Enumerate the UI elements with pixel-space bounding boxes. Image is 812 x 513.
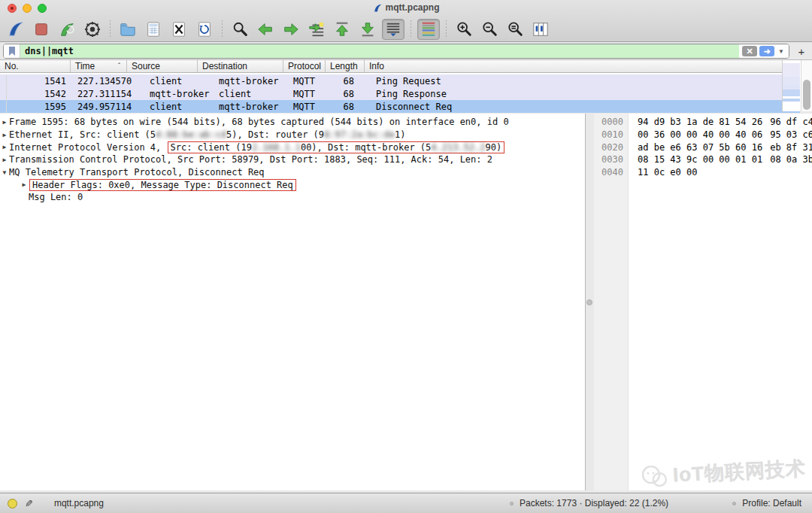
restart-capture-button[interactable] [56, 19, 78, 40]
go-last-button[interactable] [356, 19, 379, 40]
capture-options-button[interactable] [81, 19, 104, 40]
packet-list: No.TimeˆSourceDestinationProtocolLengthI… [0, 59, 812, 111]
column-header-info[interactable]: Info [365, 60, 800, 72]
cell-time: 249.957114 [71, 102, 144, 112]
window-chrome: mqtt.pcapng [0, 0, 812, 42]
cell-protocol: MQTT [287, 76, 329, 87]
find-packet-button[interactable] [229, 19, 251, 40]
expert-info-icon[interactable] [8, 499, 17, 508]
detail-line[interactable]: ▶Transmission Control Protocol, Src Port… [0, 153, 585, 166]
hex-row[interactable]: 0020ad be e6 63 07 5b 60 16eb 8f 31 [594, 141, 812, 153]
zoom-in-icon [456, 21, 472, 38]
tree-collapsed-icon[interactable]: ▶ [0, 144, 9, 150]
detail-line[interactable]: ▼MQ Telemetry Transport Protocol, Discon… [0, 166, 585, 179]
save-file-button[interactable] [142, 19, 165, 40]
auto-scroll-button[interactable] [382, 19, 404, 40]
packet-counts: Packets: 1773 · Displayed: 22 (1.2%) [520, 498, 668, 508]
go-forward-button[interactable] [280, 19, 302, 40]
sort-ascending-icon: ˆ [118, 62, 120, 69]
packet-row-1541[interactable]: 1541227.134570clientmqtt-brokerMQTT68Pin… [0, 74, 800, 87]
zoom-original-button[interactable] [504, 19, 526, 40]
go-to-packet-button[interactable] [305, 19, 328, 40]
display-filter-field[interactable]: dns||mqtt ✕ ➜ ▼ [3, 44, 789, 59]
hex-row[interactable]: 000094 d9 b3 1a de 81 54 2696 df c4 [594, 116, 812, 129]
packet-details-pane: ▶Frame 1595: 68 bytes on wire (544 bits)… [0, 114, 586, 490]
restart-capture-icon [59, 21, 75, 38]
zoom-original-icon [507, 21, 523, 38]
filter-clear-button[interactable]: ✕ [742, 46, 757, 56]
detail-line[interactable]: ▶Internet Protocol Version 4, Src: clien… [0, 141, 585, 153]
open-file-icon [120, 21, 136, 38]
hex-offset: 0010 [594, 129, 629, 140]
tree-expanded-icon[interactable]: ▼ [0, 169, 9, 176]
colorize-button[interactable] [417, 19, 440, 40]
filter-add-button[interactable]: + [794, 45, 809, 58]
hex-bytes: 11 0c e0 00 [638, 167, 697, 178]
hex-bytes: 95 03 c6 [770, 129, 812, 140]
reload-file-icon [196, 21, 213, 38]
resize-columns-button[interactable] [529, 19, 552, 40]
detail-line[interactable]: ▶Frame 1595: 68 bytes on wire (544 bits)… [0, 116, 585, 129]
reload-file-button[interactable] [193, 19, 216, 40]
detail-text: Transmission Control Protocol, Src Port:… [9, 154, 492, 165]
close-file-button[interactable] [168, 19, 190, 40]
packet-row-1595[interactable]: 1595249.957114clientmqtt-brokerMQTT68Dis… [0, 100, 800, 113]
start-capture-button[interactable] [5, 19, 27, 40]
cell-info: Disconnect Req [365, 102, 800, 112]
intelligent-scrollbar-minimap[interactable] [782, 60, 800, 111]
colorize-icon [420, 21, 437, 38]
profile-indicator[interactable]: Profile: Default [742, 498, 801, 508]
detail-line[interactable]: ▶Header Flags: 0xe0, Message Type: Disco… [0, 178, 585, 191]
start-capture-icon [8, 21, 24, 38]
filter-dropdown-caret-icon[interactable]: ▼ [777, 48, 786, 55]
redacted-text: 4:88:be:ab:cd [156, 129, 226, 140]
hex-row[interactable]: 004011 0c e0 00 [594, 166, 812, 179]
hex-row[interactable]: 003008 15 43 9c 00 00 01 0108 0a 3b [594, 153, 812, 166]
splitter-grip[interactable] [586, 299, 592, 305]
pane-splitter[interactable] [586, 114, 594, 490]
capture-comment-icon[interactable]: ✎ [25, 498, 33, 509]
save-file-icon [145, 21, 162, 38]
toolbar-separator [411, 20, 411, 38]
go-back-button[interactable] [254, 19, 277, 40]
detail-text: 90) [486, 142, 502, 153]
detail-line[interactable]: ▶Ethernet II, Src: client (54:88:be:ab:c… [0, 129, 585, 141]
tree-collapsed-icon[interactable]: ▶ [0, 156, 9, 163]
packet-list-left-edge [6, 74, 7, 113]
tree-collapsed-icon[interactable]: ▶ [20, 181, 29, 188]
stop-capture-icon [33, 21, 50, 38]
zoom-out-button[interactable] [478, 19, 501, 40]
tree-collapsed-icon[interactable]: ▶ [0, 132, 9, 138]
red-annotation-box: Header Flags: 0xe0, Message Type: Discon… [29, 179, 296, 191]
filter-bookmark-icon[interactable] [4, 44, 20, 58]
packet-list-scrollbar[interactable] [801, 60, 812, 111]
minimap-stripe [783, 90, 800, 96]
cell-destination: client [213, 89, 287, 99]
column-header-no[interactable]: No. [0, 60, 71, 72]
column-header-source[interactable]: Source [127, 60, 198, 72]
hex-row[interactable]: 001000 36 00 00 40 00 40 0695 03 c6 [594, 129, 812, 141]
toolbar-separator [222, 20, 223, 38]
title-bar[interactable]: mqtt.pcapng [0, 0, 812, 17]
watermark: IoT物联网技术 [641, 455, 807, 490]
packet-list-rows: 1541227.134570clientmqtt-brokerMQTT68Pin… [0, 74, 800, 113]
detail-line[interactable]: Msg Len: 0 [0, 191, 585, 204]
go-first-button[interactable] [331, 19, 353, 40]
packet-list-scrollbar-thumb[interactable] [803, 80, 810, 110]
column-header-destination[interactable]: Destination [198, 60, 283, 72]
cell-source: client [144, 102, 213, 112]
filter-apply-button[interactable]: ➜ [759, 46, 774, 56]
tree-collapsed-icon[interactable]: ▶ [0, 119, 9, 126]
stop-capture-button[interactable] [30, 19, 53, 40]
open-file-button[interactable] [117, 19, 139, 40]
column-header-protocol[interactable]: Protocol [283, 60, 326, 72]
packet-row-1542[interactable]: 1542227.311154mqtt-brokerclientMQTT68Pin… [0, 87, 800, 100]
display-filter-input[interactable]: dns||mqtt [20, 44, 739, 58]
hex-offset: 0000 [594, 117, 629, 127]
wireshark-fin-icon [373, 3, 383, 13]
resize-columns-icon [532, 21, 549, 38]
column-header-length[interactable]: Length [326, 60, 365, 72]
auto-scroll-icon [385, 21, 401, 38]
zoom-in-button[interactable] [453, 19, 475, 40]
column-header-time[interactable]: Timeˆ [71, 60, 127, 72]
